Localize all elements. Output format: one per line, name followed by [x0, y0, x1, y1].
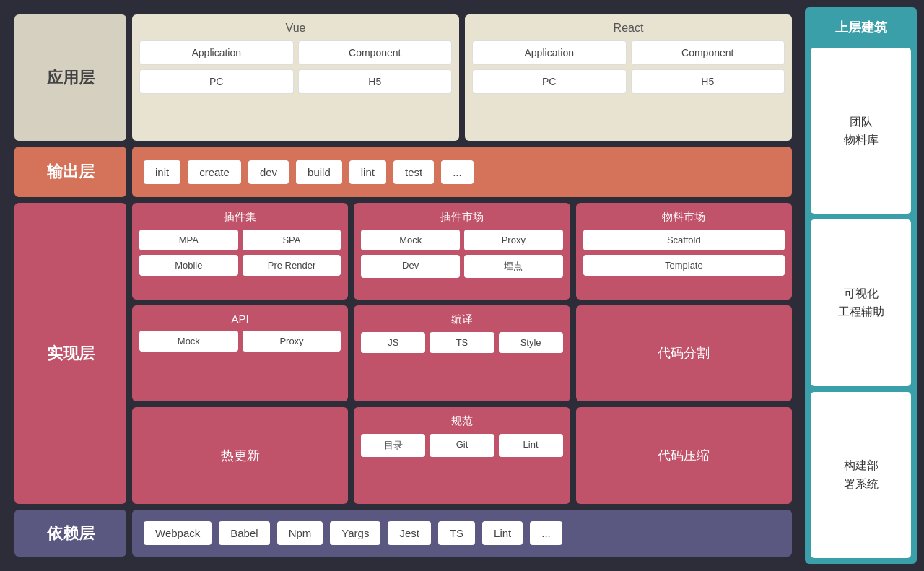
pm-dev: Dev — [361, 255, 460, 278]
output-content: init create dev build lint test ... — [132, 147, 792, 197]
output-lint: lint — [349, 160, 386, 184]
api-title: API — [139, 313, 341, 325]
plugin-set-items: MPA SPA Mobile Pre Render — [139, 230, 341, 276]
compile-items: JS TS Style — [361, 332, 562, 353]
api-items: Mock Proxy — [139, 331, 341, 352]
dep-ts: TS — [438, 521, 475, 545]
right-card-3: 构建部 署系统 — [811, 392, 911, 558]
app-layer-label: 应用层 — [14, 14, 126, 141]
app-center: Vue Application Component PC H5 React Ap… — [132, 14, 792, 141]
pm-proxy: Proxy — [464, 230, 563, 250]
vue-title: Vue — [139, 22, 452, 35]
code-compress: 代码压缩 — [576, 407, 792, 504]
output-dev: dev — [248, 160, 289, 184]
plugin-mpa: MPA — [139, 230, 238, 250]
vue-pc: PC — [139, 69, 294, 94]
plugin-market-items: Mock Proxy Dev 埋点 — [361, 230, 562, 278]
plugin-market-title: 插件市场 — [361, 210, 562, 224]
output-init: init — [144, 160, 180, 184]
right-card-2: 可视化 工程辅助 — [811, 219, 911, 385]
vue-component: Component — [298, 40, 453, 65]
dep-row: 依赖层 Webpack Babel Npm Yargs Jest TS Lint… — [14, 510, 910, 557]
plugin-spa: SPA — [243, 230, 341, 250]
react-h5: H5 — [631, 69, 785, 94]
output-test: test — [393, 160, 434, 184]
hot-update: 热更新 — [132, 407, 348, 504]
compile-js: JS — [361, 332, 425, 353]
plugin-set-title: 插件集 — [139, 210, 341, 224]
react-application: Application — [472, 40, 627, 65]
pm-mock: Mock — [361, 230, 460, 250]
right-column-title: 上层建筑 — [811, 13, 911, 42]
compile-box: 编译 JS TS Style — [354, 305, 570, 402]
api-mock: Mock — [139, 331, 238, 352]
react-title: React — [472, 22, 785, 35]
dep-lint: Lint — [482, 521, 523, 545]
dep-webpack: Webpack — [144, 521, 212, 545]
impl-layer-label: 实现层 — [14, 203, 126, 504]
material-market-title: 物料市场 — [583, 210, 785, 224]
spec-title: 规范 — [361, 414, 562, 428]
react-component: Component — [631, 40, 785, 65]
dep-content: Webpack Babel Npm Yargs Jest TS Lint ... — [132, 510, 792, 557]
dep-layer-label: 依赖层 — [14, 510, 126, 557]
react-pc: PC — [472, 69, 627, 94]
vue-h5: H5 — [298, 69, 453, 94]
spec-box: 规范 目录 Git Lint — [354, 407, 570, 504]
pm-track: 埋点 — [464, 255, 563, 278]
mm-template: Template — [583, 255, 785, 276]
api-box: API Mock Proxy — [132, 305, 348, 402]
dep-jest: Jest — [388, 521, 431, 545]
react-grid: Application Component PC H5 — [472, 40, 785, 94]
right-card-1: 团队 物料库 — [811, 48, 911, 214]
plugin-market-box: 插件市场 Mock Proxy Dev 埋点 — [354, 203, 570, 300]
spec-items: 目录 Git Lint — [361, 434, 562, 457]
output-row: 输出层 init create dev build lint test ... — [14, 147, 910, 197]
spec-dir: 目录 — [361, 434, 425, 457]
api-proxy: Proxy — [243, 331, 341, 352]
vue-box: Vue Application Component PC H5 — [132, 14, 459, 141]
vue-application: Application — [139, 40, 294, 65]
spec-lint: Lint — [499, 434, 563, 457]
dep-more: ... — [530, 521, 562, 545]
vue-grid: Application Component PC H5 — [139, 40, 452, 94]
dep-babel: Babel — [219, 521, 269, 545]
material-market-box: 物料市场 Scaffold Template — [576, 203, 792, 300]
react-box: React Application Component PC H5 — [465, 14, 792, 141]
spec-git: Git — [430, 434, 494, 457]
dep-yargs: Yargs — [330, 521, 380, 545]
mm-scaffold: Scaffold — [583, 230, 785, 250]
dep-npm: Npm — [277, 521, 323, 545]
app-row: 应用层 Vue Application Component PC H5 Reac… — [14, 14, 910, 141]
output-build: build — [296, 160, 342, 184]
plugin-mobile: Mobile — [139, 255, 238, 276]
compile-title: 编译 — [361, 313, 562, 326]
output-more: ... — [441, 160, 474, 184]
output-create: create — [188, 160, 241, 184]
plugin-prerender: Pre Render — [243, 255, 341, 276]
code-split: 代码分割 — [576, 305, 792, 402]
material-market-items: Scaffold Template — [583, 230, 785, 276]
right-column: 上层建筑 团队 物料库 可视化 工程辅助 构建部 署系统 — [805, 7, 917, 564]
impl-row: 实现层 插件集 MPA SPA Mobile Pre Render 插件市场 M… — [14, 203, 910, 504]
main-layout: 应用层 Vue Application Component PC H5 Reac… — [7, 7, 917, 564]
impl-content: 插件集 MPA SPA Mobile Pre Render 插件市场 Mock … — [132, 203, 792, 504]
plugin-set-box: 插件集 MPA SPA Mobile Pre Render — [132, 203, 348, 300]
compile-style: Style — [499, 332, 563, 353]
output-layer-label: 输出层 — [14, 147, 126, 197]
compile-ts: TS — [430, 332, 494, 353]
